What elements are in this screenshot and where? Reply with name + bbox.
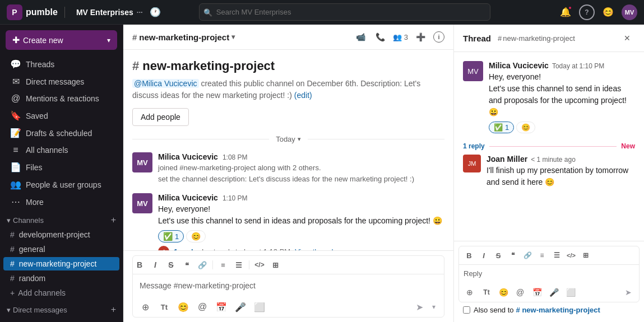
reaction-emoji: 😊 bbox=[521, 123, 530, 132]
video-icon[interactable]: ⬜ bbox=[563, 285, 578, 300]
add-people-button[interactable]: Add people bbox=[132, 108, 189, 126]
history-icon[interactable]: 🕐 bbox=[147, 4, 163, 20]
reaction-count: 1 bbox=[175, 232, 179, 241]
direct-messages-section[interactable]: ▾Direct messages + bbox=[0, 300, 123, 317]
search-bar[interactable]: 🔍 bbox=[199, 3, 490, 21]
reply-count[interactable]: 1 reply bbox=[463, 142, 485, 150]
sidebar-item-saved[interactable]: 🔖 Saved bbox=[3, 108, 119, 124]
drafts-icon: 📝 bbox=[10, 128, 21, 138]
new-badge: New bbox=[621, 142, 635, 150]
channel-header: # new-marketing-project ▾ 📹 📞 👥 3 ➕ i bbox=[123, 25, 453, 50]
send-message-button[interactable]: ➤ bbox=[411, 299, 427, 315]
message-input-placeholder[interactable]: Message #new-marketing-project bbox=[133, 277, 444, 297]
mention-icon[interactable]: @ bbox=[194, 299, 210, 315]
channel-chevron-icon[interactable]: ▾ bbox=[231, 33, 235, 41]
chevron-down-icon[interactable]: ▾ bbox=[298, 136, 301, 143]
sidebar-channel-general[interactable]: # general bbox=[3, 242, 119, 256]
sidebar-item-all-channels[interactable]: ≡ All channels bbox=[3, 142, 119, 158]
code-button[interactable]: </> bbox=[253, 258, 266, 272]
input-actions: ⊕ Tt 😊 @ 📅 🎤 ⬜ ➤ ▾ bbox=[133, 297, 444, 317]
sidebar-item-more[interactable]: ⋯ More bbox=[3, 194, 119, 210]
strikethrough-button[interactable]: S bbox=[164, 258, 178, 272]
link-button[interactable]: 🔗 bbox=[521, 249, 534, 262]
also-send-checkbox[interactable] bbox=[463, 306, 470, 314]
channel-name: # new-marketing-project ▾ bbox=[132, 32, 235, 42]
message-input-box: B I S ❝ 🔗 ≡ ☰ </> ⊞ Message #new-marketi… bbox=[132, 255, 444, 318]
workspace-name[interactable]: MV Enterprises ··· bbox=[76, 8, 143, 17]
add-channel-icon[interactable]: + bbox=[111, 215, 116, 225]
thread-reaction-smile[interactable]: 😊 bbox=[516, 122, 535, 133]
blockquote-button[interactable]: ❝ bbox=[180, 258, 193, 272]
create-new-button[interactable]: ✚Create new ▾ bbox=[6, 30, 117, 50]
reaction-smile[interactable]: 😊 bbox=[186, 230, 206, 242]
sidebar-item-mentions-reactions[interactable]: @ Mentions & reactions bbox=[3, 91, 119, 106]
user-avatar[interactable]: MV bbox=[622, 4, 637, 20]
emoji-picker-icon[interactable]: 😊 bbox=[175, 299, 191, 315]
sidebar-channel-development-project[interactable]: # development-project bbox=[3, 228, 119, 241]
hash-icon: # bbox=[10, 230, 15, 239]
edit-description-link[interactable]: (edit) bbox=[294, 91, 312, 100]
reaction-checkmark[interactable]: ✅ 1 bbox=[158, 230, 184, 242]
sidebar-channel-random[interactable]: # random bbox=[3, 272, 119, 285]
schedule-icon[interactable]: 📅 bbox=[530, 285, 544, 300]
message-row: MV Milica Vucicevic 1:10 PM Hey, everyon… bbox=[132, 193, 444, 250]
thread-close-button[interactable]: ✕ bbox=[619, 30, 635, 46]
message-author: Milica Vucicevic bbox=[158, 152, 218, 161]
thread-msg-header: Milica Vucicevic Today at 1:10 PM bbox=[489, 61, 635, 70]
search-input[interactable] bbox=[199, 3, 490, 21]
also-send-label: Also send to # new-marketing-project bbox=[474, 306, 600, 314]
bold-button[interactable]: B bbox=[462, 249, 476, 262]
channels-section[interactable]: ▾Channels + bbox=[0, 211, 123, 227]
strikethrough-button[interactable]: S bbox=[492, 249, 505, 262]
notifications-icon[interactable]: 🔔 bbox=[558, 4, 573, 20]
text-format-icon[interactable]: Tt bbox=[156, 299, 172, 315]
ordered-list-button[interactable]: ≡ bbox=[216, 258, 230, 272]
sidebar-channel-new-marketing-project[interactable]: # new-marketing-project bbox=[3, 257, 119, 270]
sidebar-item-threads[interactable]: 💬 Threads bbox=[3, 56, 119, 72]
italic-button[interactable]: I bbox=[149, 258, 162, 272]
ordered-list-button[interactable]: ≡ bbox=[535, 249, 549, 262]
code-button[interactable]: </> bbox=[564, 249, 578, 262]
unordered-list-button[interactable]: ☰ bbox=[232, 258, 245, 272]
thread-reply-text: I'll finish up my presentation by tomorr… bbox=[487, 165, 635, 188]
direct-messages-icon: ✉ bbox=[10, 76, 21, 87]
help-icon[interactable]: ? bbox=[579, 4, 595, 20]
add-member-icon[interactable]: ➕ bbox=[414, 30, 428, 44]
sidebar-item-drafts[interactable]: 📝 Drafts & scheduled bbox=[3, 125, 119, 141]
code-block-button[interactable]: ⊞ bbox=[579, 249, 592, 262]
thread-reply-input[interactable]: Reply bbox=[459, 265, 639, 283]
thread-send-button[interactable]: ➤ bbox=[621, 285, 636, 300]
video-call-icon[interactable]: 📹 bbox=[354, 30, 368, 44]
sidebar-item-direct-messages[interactable]: ✉ Direct messages bbox=[3, 73, 119, 90]
schedule-icon[interactable]: 📅 bbox=[214, 299, 229, 315]
code-block-button[interactable]: ⊞ bbox=[268, 258, 282, 272]
italic-button[interactable]: I bbox=[477, 249, 490, 262]
channel-area: # new-marketing-project ▾ 📹 📞 👥 3 ➕ i # bbox=[123, 25, 453, 322]
audio-icon[interactable]: 🎤 bbox=[233, 299, 248, 315]
sidebar-item-people-user-groups[interactable]: 👥 People & user groups bbox=[3, 176, 119, 193]
add-attachment-icon[interactable]: ⊕ bbox=[462, 285, 477, 300]
unordered-list-button[interactable]: ☰ bbox=[550, 249, 563, 262]
info-icon[interactable]: i bbox=[433, 31, 444, 43]
phone-call-icon[interactable]: 📞 bbox=[373, 30, 387, 44]
audio-icon[interactable]: 🎤 bbox=[546, 285, 561, 300]
add-channels-button[interactable]: + Add channels bbox=[3, 286, 119, 300]
mention-icon[interactable]: @ bbox=[513, 285, 527, 300]
thread-reply-content: Joan Miller < 1 minute ago I'll finish u… bbox=[487, 155, 635, 188]
blockquote-button[interactable]: ❝ bbox=[506, 249, 520, 262]
emoji-picker-icon[interactable]: 😊 bbox=[496, 285, 511, 300]
text-format-icon[interactable]: Tt bbox=[479, 285, 494, 300]
link-button[interactable]: 🔗 bbox=[196, 258, 209, 272]
emoji-icon[interactable]: 😊 bbox=[600, 4, 616, 20]
send-chevron-icon[interactable]: ▾ bbox=[428, 299, 439, 315]
add-dm-icon[interactable]: + bbox=[111, 305, 116, 315]
member-count[interactable]: 👥 3 bbox=[393, 33, 408, 41]
video-icon[interactable]: ⬜ bbox=[252, 299, 267, 315]
thread-reaction-checkmark[interactable]: ✅ 1 bbox=[489, 122, 514, 133]
message-time: 1:08 PM bbox=[223, 153, 248, 161]
add-attachment-icon[interactable]: ⊕ bbox=[137, 299, 153, 315]
bold-button[interactable]: B bbox=[133, 258, 146, 272]
reaction-count: 1 bbox=[505, 123, 509, 132]
channel-intro: # new-marketing-project @Milica Vucicevi… bbox=[132, 59, 444, 126]
sidebar-item-files[interactable]: 📄 Files bbox=[3, 159, 119, 175]
